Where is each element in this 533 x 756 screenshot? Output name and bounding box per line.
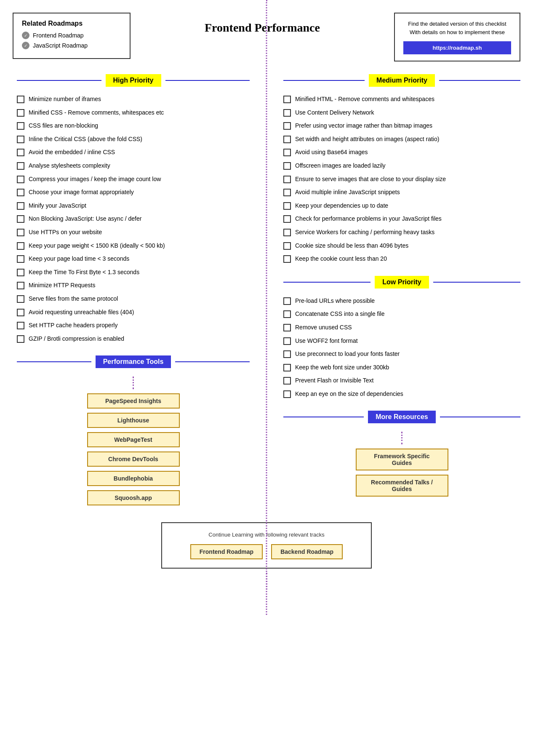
checkbox[interactable] — [17, 335, 24, 343]
checkbox[interactable] — [17, 215, 24, 223]
tool-button[interactable]: Bundlephobia — [87, 471, 180, 486]
checkbox[interactable] — [283, 176, 291, 183]
list-item: Use HTTPs on your website — [17, 228, 250, 237]
checkbox[interactable] — [17, 202, 24, 210]
list-item: Service Workers for caching / performing… — [283, 228, 520, 237]
checkbox[interactable] — [17, 162, 24, 170]
list-item: Pre-load URLs where possible — [283, 297, 520, 305]
checkbox[interactable] — [283, 162, 291, 170]
low-priority-list: Pre-load URLs where possibleConcatenate … — [283, 297, 520, 398]
checkbox[interactable] — [17, 149, 24, 156]
checkbox[interactable] — [283, 242, 291, 250]
checkbox[interactable] — [283, 390, 291, 398]
checkbox[interactable] — [17, 136, 24, 143]
performance-tools-list: PageSpeed InsightsLighthouseWebPageTestC… — [17, 377, 250, 505]
list-item: Keep an eye on the size of dependencies — [283, 390, 520, 398]
checkbox[interactable] — [283, 122, 291, 130]
continue-track-button[interactable]: Frontend Roadmap — [190, 544, 263, 559]
list-item: CSS files are non-blocking — [17, 122, 250, 130]
checkbox[interactable] — [283, 215, 291, 223]
list-item: Check for performance problems in your J… — [283, 215, 520, 223]
checkbox[interactable] — [17, 122, 24, 130]
checkbox[interactable] — [283, 377, 291, 385]
checkbox[interactable] — [283, 229, 291, 236]
main-content: High Priority Minimize number of iframes… — [13, 74, 520, 505]
resources-connector — [401, 432, 402, 444]
list-item: Keep the Time To First Byte < 1.3 second… — [17, 268, 250, 277]
page-title: Frontend Performance — [131, 21, 394, 35]
performance-tools-header: Performance Tools — [17, 355, 250, 368]
check-icon-frontend: ✓ — [22, 32, 29, 39]
checkbox[interactable] — [283, 149, 291, 156]
list-item: Minified HTML - Remove comments and whit… — [283, 95, 520, 104]
tool-button[interactable]: Chrome DevTools — [87, 451, 180, 467]
list-item: Analyse stylesheets complexity — [17, 162, 250, 170]
checkbox[interactable] — [17, 96, 24, 103]
checkbox[interactable] — [283, 310, 291, 318]
list-item: Minify your JavaScript — [17, 202, 250, 210]
checkbox[interactable] — [17, 242, 24, 250]
checkbox[interactable] — [283, 255, 291, 263]
medium-priority-badge: Medium Priority — [369, 74, 435, 87]
checkbox[interactable] — [17, 295, 24, 303]
more-resources-list: Framework Specific GuidesRecommended Tal… — [283, 432, 520, 497]
left-column: High Priority Minimize number of iframes… — [13, 74, 266, 505]
list-item: Avoid multiple inline JavaScript snippet… — [283, 188, 520, 197]
roadmap-link-button[interactable]: https://roadmap.sh — [403, 41, 511, 54]
checkbox[interactable] — [17, 189, 24, 196]
checkbox[interactable] — [17, 322, 24, 329]
checkbox[interactable] — [283, 324, 291, 331]
checkbox[interactable] — [17, 109, 24, 117]
continue-track-button[interactable]: Backend Roadmap — [271, 544, 343, 559]
list-item: Offscreen images are loaded lazily — [283, 162, 520, 170]
checkbox[interactable] — [17, 255, 24, 263]
tool-button[interactable]: Squoosh.app — [87, 490, 180, 505]
list-item: Avoid using Base64 images — [283, 148, 520, 157]
list-item: Minimize number of iframes — [17, 95, 250, 104]
checkbox[interactable] — [17, 269, 24, 276]
list-item: Serve files from the same protocol — [17, 295, 250, 303]
list-item: Avoid requesting unreachable files (404) — [17, 308, 250, 317]
list-item: Keep your dependencies up to date — [283, 202, 520, 210]
list-item: Choose your image format appropriately — [17, 188, 250, 197]
list-item: Keep the web font size under 300kb — [283, 363, 520, 372]
checkbox[interactable] — [17, 282, 24, 289]
page-title-area: Frontend Performance — [131, 13, 394, 35]
checkbox[interactable] — [17, 309, 24, 316]
checkbox[interactable] — [283, 96, 291, 103]
list-item: Inline the Critical CSS (above the fold … — [17, 135, 250, 144]
checkbox[interactable] — [283, 364, 291, 371]
related-roadmaps-box: Related Roadmaps ✓ Frontend Roadmap ✓ Ja… — [13, 13, 131, 59]
list-item: Non Blocking JavaScript: Use async / def… — [17, 215, 250, 223]
list-item: GZIP / Brotli compression is enabled — [17, 335, 250, 343]
checkbox[interactable] — [283, 136, 291, 143]
checkbox[interactable] — [17, 229, 24, 236]
high-priority-header: High Priority — [17, 74, 250, 87]
checkbox[interactable] — [283, 202, 291, 210]
list-item: Remove unused CSS — [283, 323, 520, 332]
more-resources-badge: More Resources — [368, 411, 436, 423]
performance-tools-badge: Performance Tools — [96, 355, 171, 368]
list-item: Keep your page weight < 1500 KB (ideally… — [17, 242, 250, 250]
list-item: Keep the cookie count less than 20 — [283, 255, 520, 263]
checkbox[interactable] — [17, 176, 24, 183]
checkbox[interactable] — [283, 337, 291, 345]
resource-button[interactable]: Framework Specific Guides — [356, 449, 448, 470]
roadmap-item-frontend: ✓ Frontend Roadmap — [22, 32, 121, 39]
tool-button[interactable]: WebPageTest — [87, 432, 180, 447]
list-item: Cookie size should be less than 4096 byt… — [283, 242, 520, 250]
list-item: Compress your images / keep the image co… — [17, 175, 250, 184]
checkbox[interactable] — [283, 350, 291, 358]
check-icon-javascript: ✓ — [22, 42, 29, 49]
list-item: Minified CSS - Remove comments, whitespa… — [17, 109, 250, 117]
list-item: Concatenate CSS into a single file — [283, 310, 520, 318]
list-item: Minimize HTTP Requests — [17, 281, 250, 290]
tool-button[interactable]: Lighthouse — [87, 413, 180, 428]
detail-box-text: Find the detailed version of this checkl… — [403, 20, 511, 36]
tool-button[interactable]: PageSpeed Insights — [87, 393, 180, 409]
resource-button[interactable]: Recommended Talks / Guides — [356, 475, 448, 497]
checkbox[interactable] — [283, 109, 291, 117]
checkbox[interactable] — [283, 189, 291, 196]
checkbox[interactable] — [283, 297, 291, 305]
list-item: Use Content Delivery Network — [283, 109, 520, 117]
